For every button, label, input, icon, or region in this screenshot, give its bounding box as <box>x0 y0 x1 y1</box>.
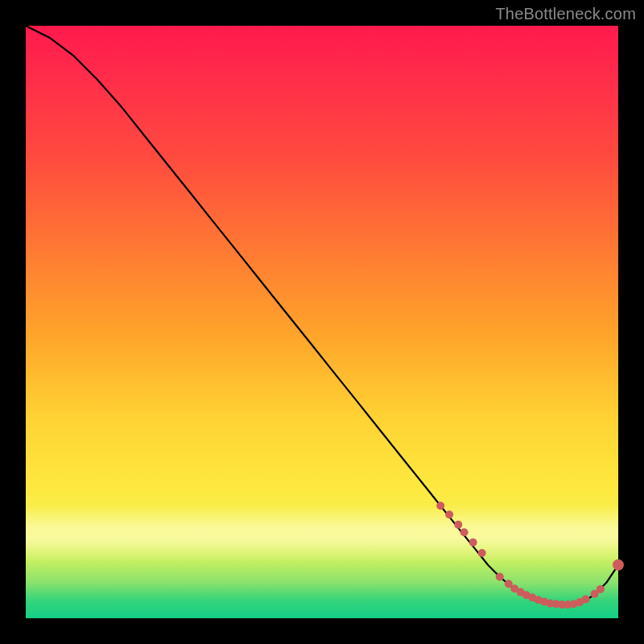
bottleneck-curve <box>26 26 618 606</box>
gpu-marker <box>496 573 504 581</box>
gpu-marker <box>469 539 477 547</box>
chart-stage: TheBottleneck.com <box>0 0 644 644</box>
gpu-marker <box>454 521 462 529</box>
gpu-marker <box>613 559 624 571</box>
gpu-marker-group <box>436 502 624 609</box>
gpu-marker <box>597 585 605 593</box>
curve-svg <box>26 26 618 618</box>
gpu-marker <box>478 549 486 557</box>
gpu-marker <box>582 595 590 603</box>
gpu-marker <box>445 510 453 518</box>
watermark-text: TheBottleneck.com <box>495 5 636 23</box>
plot-area <box>26 26 618 618</box>
gpu-marker <box>436 502 444 510</box>
gpu-marker <box>460 528 469 536</box>
